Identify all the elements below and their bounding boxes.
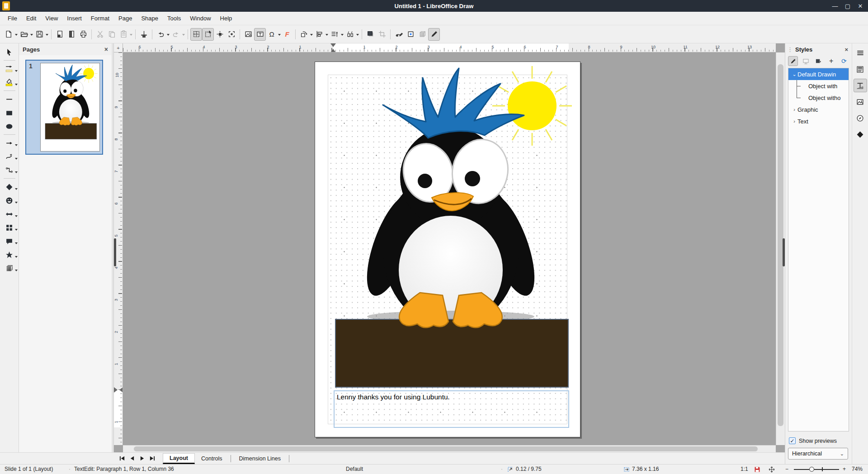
style-graphic[interactable]: › Graphic — [788, 104, 849, 115]
distribute-dropdown[interactable] — [356, 34, 359, 37]
snap-to-grid-icon[interactable] — [202, 28, 214, 41]
basic-shapes-tool[interactable] — [0, 180, 19, 194]
style-default-drawing[interactable]: ⌄ Default Drawin — [788, 68, 849, 80]
drawing-styles-icon[interactable] — [788, 56, 798, 66]
tab-layout[interactable]: Layout — [163, 453, 195, 464]
shadow-icon[interactable] — [364, 28, 376, 41]
callouts-tool[interactable] — [0, 234, 19, 248]
undo-dropdown[interactable] — [167, 34, 170, 37]
stars-tool[interactable] — [0, 248, 19, 261]
previous-page-icon[interactable] — [128, 455, 136, 462]
page-thumbnail[interactable]: 1 — [25, 60, 103, 155]
transformations-icon[interactable] — [298, 28, 310, 41]
3d-objects-tool[interactable] — [0, 261, 19, 275]
print-icon[interactable] — [77, 28, 89, 41]
chevron-down-icon[interactable]: ⌄ — [791, 71, 797, 77]
menu-help[interactable]: Help — [216, 13, 236, 24]
menu-file[interactable]: File — [4, 13, 21, 24]
menu-shape[interactable]: Shape — [137, 13, 162, 24]
basic-shapes-dropdown[interactable] — [15, 188, 18, 191]
chevron-right-icon[interactable]: › — [791, 118, 797, 124]
block-arrows-tool[interactable] — [0, 207, 19, 221]
align-dropdown[interactable] — [326, 34, 328, 37]
menu-insert[interactable]: Insert — [63, 13, 86, 24]
chevron-right-icon[interactable]: › — [791, 107, 797, 112]
insert-text-box-icon[interactable] — [254, 28, 266, 41]
ellipse-tool[interactable] — [0, 119, 19, 133]
lines-arrows-dropdown[interactable] — [15, 144, 18, 147]
arrange-icon[interactable] — [329, 28, 340, 41]
show-previews-row[interactable]: ✓ Show previews — [789, 437, 837, 444]
menu-edit[interactable]: Edit — [22, 13, 40, 24]
zoom-out-button[interactable]: − — [785, 466, 788, 472]
sidebar-gallery-icon[interactable] — [854, 95, 867, 109]
curves-dropdown[interactable] — [15, 158, 18, 161]
horizontal-ruler[interactable]: 65432112345678910111213 — [123, 43, 776, 52]
menu-window[interactable]: Window — [186, 13, 215, 24]
stars-dropdown[interactable] — [15, 256, 18, 259]
text-box-content[interactable]: Lenny thanks you for using Lubuntu. — [337, 393, 450, 401]
v-ruler-indicator[interactable] — [114, 387, 123, 393]
special-character-dropdown[interactable] — [278, 34, 281, 37]
zoom-in-button[interactable]: + — [843, 466, 846, 472]
menu-page[interactable]: Page — [114, 13, 136, 24]
zoom-slider-knob[interactable] — [809, 467, 814, 472]
symbol-shapes-dropdown[interactable] — [15, 202, 18, 205]
line-color-dropdown[interactable] — [15, 70, 18, 73]
sidebar-navigator-icon[interactable] — [854, 111, 867, 125]
new-style-icon[interactable]: + — [826, 56, 836, 66]
menu-format[interactable]: Format — [87, 13, 113, 24]
glue-points-icon[interactable] — [405, 28, 416, 41]
drawing-page[interactable]: Lenny thanks you for using Lubuntu. — [315, 62, 580, 437]
distribute-icon[interactable] — [344, 28, 356, 41]
sidebar-styles-icon[interactable] — [854, 79, 867, 92]
helplines-while-moving-icon[interactable] — [214, 28, 226, 41]
symbol-shapes-tool[interactable] — [0, 194, 19, 207]
tab-controls[interactable]: Controls — [195, 454, 229, 463]
arrange-dropdown[interactable] — [341, 34, 344, 37]
rectangle-tool[interactable] — [0, 106, 19, 119]
right-split-handle[interactable] — [783, 238, 785, 266]
show-draw-functions-icon[interactable] — [428, 28, 440, 41]
new-dropdown[interactable] — [15, 34, 18, 37]
penguin-drawing[interactable] — [315, 62, 581, 438]
pages-close-icon[interactable]: × — [104, 46, 108, 53]
block-arrows-dropdown[interactable] — [15, 215, 18, 218]
undo-icon[interactable] — [155, 28, 166, 41]
text-box[interactable]: Lenny thanks you for using Lubuntu. — [334, 390, 569, 428]
insert-image-icon[interactable] — [242, 28, 254, 41]
fill-color-dropdown[interactable] — [15, 84, 18, 87]
save-dropdown[interactable] — [46, 34, 48, 37]
transformations-dropdown[interactable] — [310, 34, 313, 37]
export-pdf-icon[interactable] — [54, 28, 66, 41]
sidebar-shapes-icon[interactable] — [854, 128, 867, 141]
connectors-tool[interactable] — [0, 163, 19, 177]
panel-grip-icon[interactable]: ⋮ — [787, 46, 793, 53]
zoom-pan-icon[interactable] — [226, 28, 237, 41]
open-dropdown[interactable] — [30, 34, 33, 37]
minimize-icon[interactable]: — — [832, 3, 838, 9]
sidebar-menu-icon[interactable] — [854, 46, 867, 60]
sidebar-properties-icon[interactable] — [854, 62, 867, 76]
insert-line-tool[interactable] — [0, 92, 19, 106]
fontwork-icon[interactable]: F — [281, 28, 293, 41]
unsaved-changes-icon[interactable] — [754, 466, 760, 473]
scale-indicator[interactable]: 1:1 — [741, 466, 748, 472]
fit-slide-icon[interactable] — [769, 466, 775, 473]
styles-close-icon[interactable]: × — [843, 46, 850, 53]
first-page-icon[interactable] — [118, 455, 126, 462]
show-previews-checkbox[interactable]: ✓ — [789, 437, 796, 444]
callouts-dropdown[interactable] — [15, 242, 18, 246]
h-ruler-indicator[interactable] — [330, 43, 336, 52]
page-style[interactable]: Default — [346, 466, 363, 472]
maximize-icon[interactable]: ▢ — [844, 3, 851, 9]
close-icon[interactable]: ✕ — [857, 3, 863, 9]
zoom-percent[interactable]: 74% — [852, 466, 863, 472]
edit-points-icon[interactable] — [393, 28, 405, 41]
update-style-icon[interactable]: ⟳ — [839, 56, 849, 66]
menu-view[interactable]: View — [41, 13, 62, 24]
flowchart-dropdown[interactable] — [15, 229, 18, 232]
styles-filter-select[interactable]: Hierarchical ⌄ — [788, 448, 848, 460]
connectors-dropdown[interactable] — [15, 171, 18, 175]
next-page-icon[interactable] — [138, 455, 146, 462]
